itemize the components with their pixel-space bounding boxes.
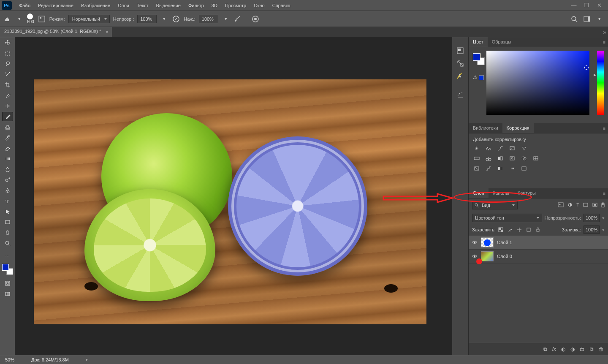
layer-row[interactable]: 👁 Слой 1 bbox=[469, 236, 608, 250]
new-adjustment-icon[interactable]: ◑ bbox=[570, 346, 575, 352]
canvas-area[interactable] bbox=[15, 37, 452, 355]
panel-menu-icon[interactable]: ≡ bbox=[603, 191, 605, 196]
eyedropper-tool[interactable] bbox=[2, 91, 13, 100]
stamp-tool[interactable] bbox=[2, 122, 13, 132]
gradient-map-adj-icon[interactable] bbox=[508, 165, 516, 172]
spot-heal-tool[interactable] bbox=[2, 101, 13, 111]
lock-paint-icon[interactable] bbox=[508, 227, 514, 232]
pressure-size-icon[interactable] bbox=[251, 15, 260, 23]
blend-mode-dropdown[interactable]: Цветовой тон bbox=[472, 214, 542, 222]
tab-libraries[interactable]: Библиотеки bbox=[469, 123, 502, 133]
tool-preset-icon[interactable] bbox=[3, 15, 12, 23]
tab-color[interactable]: Цвет bbox=[469, 37, 488, 47]
zoom-level[interactable]: 50% bbox=[5, 357, 14, 362]
chevron-down-icon[interactable]: ▾ bbox=[160, 15, 168, 23]
layer-row[interactable]: 👁 Слой 0 bbox=[469, 250, 608, 263]
new-group-icon[interactable]: 🗀 bbox=[580, 346, 585, 352]
color-swatches[interactable] bbox=[2, 264, 13, 275]
window-close-icon[interactable]: ✕ bbox=[596, 3, 602, 8]
document-tab[interactable]: 2133091_1920.jpg @ 50% (Слой 1, RGB/8#) … bbox=[0, 27, 112, 37]
doc-size[interactable]: Док: 6.24M/13.8M bbox=[31, 357, 69, 362]
brush-tool[interactable] bbox=[2, 112, 13, 121]
menu-image[interactable]: Изображение bbox=[77, 1, 114, 10]
properties-panel-icon[interactable] bbox=[455, 58, 465, 68]
eraser-tool[interactable] bbox=[2, 144, 13, 153]
layer-filter-type[interactable]: Вид bbox=[472, 201, 518, 209]
workspace-switch-icon[interactable] bbox=[583, 15, 591, 23]
layer-fill-value[interactable]: 100% bbox=[584, 225, 600, 234]
rectangle-tool[interactable] bbox=[2, 217, 13, 227]
quick-mask-icon[interactable] bbox=[2, 279, 13, 288]
blend-mode-select[interactable]: Нормальный bbox=[68, 15, 110, 23]
gradient-tool[interactable] bbox=[2, 154, 13, 163]
status-chevron-icon[interactable]: ▸ bbox=[86, 357, 88, 362]
menu-file[interactable]: Файл bbox=[15, 1, 34, 10]
color-field[interactable] bbox=[486, 51, 589, 115]
lock-transparency-icon[interactable] bbox=[498, 227, 505, 232]
chevron-down-icon[interactable]: ▾ bbox=[222, 15, 230, 23]
menu-view[interactable]: Просмотр bbox=[221, 1, 250, 10]
curves-adj-icon[interactable] bbox=[497, 144, 504, 152]
selective-color-adj-icon[interactable] bbox=[520, 165, 528, 172]
window-maximize-icon[interactable]: ❐ bbox=[584, 3, 589, 8]
color-balance-adj-icon[interactable] bbox=[485, 155, 492, 162]
brightness-adj-icon[interactable]: ☀ bbox=[473, 144, 480, 152]
lasso-tool[interactable] bbox=[2, 59, 13, 68]
layer-opacity-value[interactable]: 100% bbox=[584, 214, 600, 222]
search-icon[interactable] bbox=[570, 15, 578, 23]
posterize-adj-icon[interactable] bbox=[485, 165, 492, 172]
history-brush-tool[interactable] bbox=[2, 133, 13, 142]
layer-mask-icon[interactable]: ◐ bbox=[561, 346, 565, 352]
invert-adj-icon[interactable] bbox=[473, 165, 480, 172]
dodge-tool[interactable] bbox=[2, 175, 13, 185]
brush-preview[interactable]: 600 bbox=[27, 14, 34, 24]
blur-tool[interactable] bbox=[2, 165, 13, 174]
zoom-tool[interactable] bbox=[2, 239, 13, 248]
panel-menu-icon[interactable]: ≡ bbox=[603, 126, 605, 131]
pen-tool[interactable] bbox=[2, 186, 13, 195]
magic-wand-tool[interactable] bbox=[2, 70, 13, 79]
vibrance-adj-icon[interactable]: ▽ bbox=[520, 144, 528, 152]
panel-menu-icon[interactable]: ≡ bbox=[603, 40, 605, 45]
hue-slider[interactable] bbox=[597, 51, 604, 115]
menu-select[interactable]: Выделение bbox=[152, 1, 185, 10]
character-panel-icon[interactable]: A bbox=[455, 71, 465, 81]
tab-layers[interactable]: Слои bbox=[469, 188, 489, 198]
filter-toggle-icon[interactable] bbox=[601, 202, 605, 208]
new-layer-icon[interactable]: ⧉ bbox=[590, 346, 594, 352]
layer-thumbnail[interactable] bbox=[481, 237, 494, 247]
menu-filter[interactable]: Фильтр bbox=[185, 1, 208, 10]
history-panel-icon[interactable] bbox=[455, 46, 465, 56]
exposure-adj-icon[interactable] bbox=[508, 144, 516, 152]
delete-layer-icon[interactable]: 🗑 bbox=[599, 346, 604, 352]
lock-all-icon[interactable] bbox=[535, 227, 542, 232]
tab-channels[interactable]: Каналы bbox=[489, 188, 513, 198]
move-tool[interactable] bbox=[2, 38, 13, 47]
filter-shape-icon[interactable] bbox=[583, 202, 589, 208]
close-icon[interactable]: × bbox=[106, 29, 109, 35]
menu-text[interactable]: Текст bbox=[133, 1, 152, 10]
filter-type-icon[interactable]: T bbox=[576, 202, 579, 208]
layer-thumbnail[interactable] bbox=[481, 251, 494, 261]
bw-adj-icon[interactable] bbox=[497, 155, 504, 162]
chevron-down-icon[interactable]: ▾ bbox=[602, 215, 605, 221]
screen-mode-icon[interactable] bbox=[2, 289, 13, 299]
menu-edit[interactable]: Редактирование bbox=[34, 1, 77, 10]
crop-tool[interactable] bbox=[2, 80, 13, 90]
gamut-warning-icon[interactable]: ⚠ bbox=[473, 74, 484, 80]
opacity-value[interactable]: 100% bbox=[137, 15, 157, 23]
layer-style-icon[interactable]: fx bbox=[552, 346, 556, 352]
filter-smart-icon[interactable] bbox=[592, 202, 598, 208]
visibility-icon[interactable]: 👁 bbox=[472, 239, 478, 246]
tab-adjustments[interactable]: Коррекция bbox=[502, 123, 534, 133]
pressure-opacity-icon[interactable] bbox=[172, 15, 180, 23]
airbrush-icon[interactable] bbox=[233, 15, 242, 23]
flow-value[interactable]: 100% bbox=[199, 15, 218, 23]
path-select-tool[interactable] bbox=[2, 207, 13, 216]
menu-layers[interactable]: Слои bbox=[114, 1, 133, 10]
hue-sat-adj-icon[interactable] bbox=[473, 155, 480, 162]
actions-panel-icon[interactable] bbox=[455, 90, 465, 100]
type-tool[interactable]: T bbox=[2, 196, 13, 206]
edit-toolbar-icon[interactable]: ⋯ bbox=[2, 252, 13, 261]
lock-artboard-icon[interactable] bbox=[526, 227, 533, 232]
